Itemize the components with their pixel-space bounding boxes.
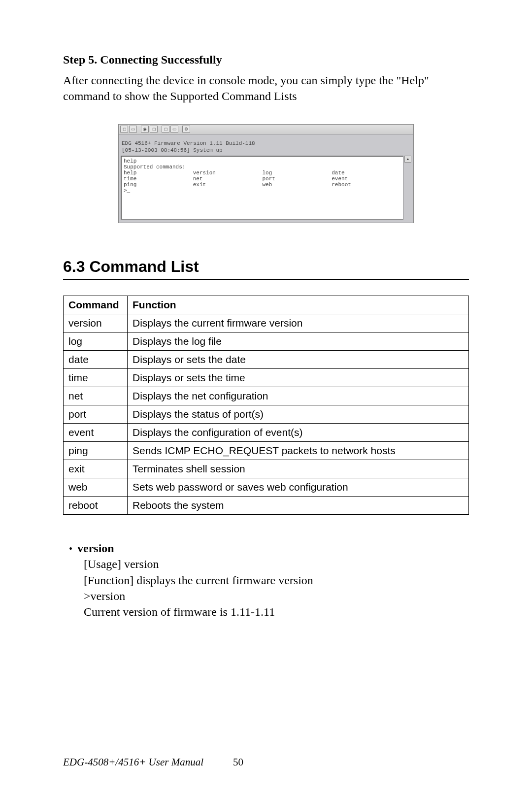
cell-function: Displays or sets the time — [128, 369, 469, 387]
supported-label: Supported commands: — [124, 164, 401, 170]
table-row: eventDisplays the configuration of event… — [64, 424, 469, 442]
console-window: ◻ ▭ ◉ ◻ ◻ ▭ ⚙ EDG 4516+ Firmware Version… — [118, 124, 414, 224]
table-row: versionDisplays the current firmware ver… — [64, 314, 469, 332]
cell-command: time — [64, 369, 128, 387]
step-body: After connecting the device in console m… — [63, 72, 469, 104]
cell-command: reboot — [64, 497, 128, 515]
cell-function: Displays the configuration of event(s) — [128, 424, 469, 442]
bullet-icon: • — [69, 544, 72, 554]
scroll-up-icon: ▴ — [404, 156, 411, 163]
footer-title: EDG-4508+/4516+ User Manual — [63, 756, 203, 768]
table-row: rebootReboots the system — [64, 497, 469, 515]
command-row: time net port event — [124, 176, 401, 182]
bullet-body: [Usage] version [Function] displays the … — [84, 556, 469, 620]
console-toolbar: ◻ ▭ ◉ ◻ ◻ ▭ ⚙ — [119, 125, 413, 134]
cell-function: Displays or sets the date — [128, 351, 469, 369]
cell-command: port — [64, 405, 128, 424]
bullet-head: version — [77, 542, 114, 555]
cell-function: Sends ICMP ECHO_REQUEST packets to netwo… — [128, 442, 469, 460]
page-footer: EDG-4508+/4516+ User Manual 50 — [63, 756, 243, 768]
cell-command: web — [64, 478, 128, 497]
cell-command: event — [64, 424, 128, 442]
section-rule — [63, 279, 469, 280]
cell-command: date — [64, 351, 128, 369]
cell-function: Displays the net configuration — [128, 387, 469, 405]
step-heading: Step 5. Connecting Successfully — [63, 53, 469, 66]
th-command: Command — [64, 296, 128, 314]
toolbar-icon: ▭ — [170, 126, 178, 133]
table-row: dateDisplays or sets the date — [64, 351, 469, 369]
table-row: netDisplays the net configuration — [64, 387, 469, 405]
command-row: help version log date — [124, 170, 401, 176]
toolbar-icon: ◻ — [120, 126, 128, 133]
cell-command: log — [64, 332, 128, 351]
cell-command: net — [64, 387, 128, 405]
cell-command: exit — [64, 460, 128, 478]
section-heading: 6.3 Command List — [63, 258, 469, 276]
table-row: logDisplays the log file — [64, 332, 469, 351]
command-row: ping exit web reboot — [124, 182, 401, 188]
cell-command: ping — [64, 442, 128, 460]
cell-function: Displays the status of port(s) — [128, 405, 469, 424]
cell-command: version — [64, 314, 128, 332]
systemup-line: [05-13-2003 08:48:56] System up — [122, 147, 410, 154]
scrollbar: ▴ — [403, 156, 411, 220]
version-detail: • version [Usage] version [Function] dis… — [69, 542, 469, 620]
cell-function: Sets web password or saves web configura… — [128, 478, 469, 497]
help-command: help — [124, 158, 401, 164]
table-row: timeDisplays or sets the time — [64, 369, 469, 387]
toolbar-icon: ▭ — [129, 126, 137, 133]
table-row: webSets web password or saves web config… — [64, 478, 469, 497]
console-terminal: help Supported commands: help version lo… — [121, 156, 403, 220]
cell-function: Reboots the system — [128, 497, 469, 515]
footer-page: 50 — [233, 756, 243, 768]
table-row: portDisplays the status of port(s) — [64, 405, 469, 424]
toolbar-icon: ⚙ — [182, 126, 190, 133]
toolbar-icon: ◉ — [141, 126, 149, 133]
table-row: pingSends ICMP ECHO_REQUEST packets to n… — [64, 442, 469, 460]
prompt: >_ — [124, 188, 401, 194]
command-table: Command Function versionDisplays the cur… — [63, 296, 469, 515]
toolbar-icon: ◻ — [150, 126, 158, 133]
cell-function: Terminates shell session — [128, 460, 469, 478]
th-function: Function — [128, 296, 469, 314]
console-screenshot: ◻ ▭ ◉ ◻ ◻ ▭ ⚙ EDG 4516+ Firmware Version… — [118, 124, 414, 224]
firmware-line: EDG 4516+ Firmware Version 1.11 Build-11… — [122, 140, 410, 147]
console-info: EDG 4516+ Firmware Version 1.11 Build-11… — [119, 134, 413, 156]
cell-function: Displays the log file — [128, 332, 469, 351]
toolbar-icon: ◻ — [162, 126, 169, 133]
cell-function: Displays the current firmware version — [128, 314, 469, 332]
table-row: exitTerminates shell session — [64, 460, 469, 478]
